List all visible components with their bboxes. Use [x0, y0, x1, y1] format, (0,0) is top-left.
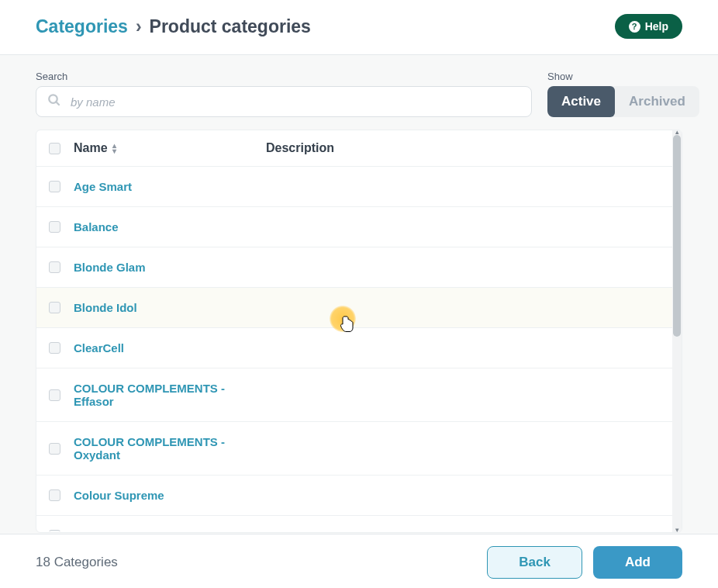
table-row[interactable]: COLOUR COMPLEMENTS - Oxydant: [36, 422, 672, 476]
row-checkbox[interactable]: [49, 261, 60, 273]
show-label: Show: [547, 71, 699, 82]
row-checkbox[interactable]: [49, 443, 60, 455]
row-name[interactable]: Conditioner: [74, 529, 266, 531]
column-header-description[interactable]: Description: [266, 141, 660, 155]
toggle-active[interactable]: Active: [547, 86, 615, 117]
sort-icon: ▴▾: [112, 143, 116, 154]
back-button[interactable]: Back: [487, 546, 582, 579]
select-all-checkbox[interactable]: [49, 143, 60, 154]
table-row[interactable]: Blonde Glam: [36, 247, 672, 288]
count-text: 18 Categories: [36, 555, 118, 570]
svg-line-1: [56, 102, 59, 105]
row-name[interactable]: ClearCell: [74, 341, 266, 355]
row-name[interactable]: Blonde Idol: [74, 301, 266, 314]
row-checkbox[interactable]: [49, 302, 60, 313]
scroll-down-icon[interactable]: ▾: [672, 526, 682, 533]
row-name[interactable]: COLOUR COMPLEMENTS - Oxydant: [74, 435, 266, 462]
page-title: Product categories: [150, 16, 311, 37]
scrollbar[interactable]: ▴ ▾: [672, 130, 682, 532]
row-name[interactable]: Age Smart: [74, 180, 266, 193]
row-name[interactable]: COLOUR COMPLEMENTS - Effasor: [74, 382, 266, 408]
row-checkbox[interactable]: [49, 181, 60, 192]
status-toggle: Active Archived: [547, 86, 699, 117]
row-name[interactable]: Balance: [74, 220, 266, 233]
table-row[interactable]: Colour Supreme: [36, 476, 672, 516]
table-row[interactable]: Balance: [36, 207, 672, 247]
table-row[interactable]: ConditionerAll Conditioning products: [36, 516, 672, 531]
breadcrumb: Categories › Product categories: [36, 16, 311, 37]
help-icon: ?: [629, 21, 640, 33]
help-label: Help: [645, 20, 668, 33]
add-button[interactable]: Add: [593, 546, 682, 579]
row-name[interactable]: Blonde Glam: [74, 261, 266, 274]
toggle-archived[interactable]: Archived: [615, 86, 699, 117]
row-description: All Conditioning products: [266, 529, 660, 531]
row-checkbox[interactable]: [49, 389, 60, 401]
row-checkbox[interactable]: [49, 489, 60, 501]
help-button[interactable]: ? Help: [615, 14, 682, 39]
search-icon: [47, 93, 61, 110]
row-checkbox[interactable]: [49, 530, 60, 531]
table-row[interactable]: Age Smart: [36, 167, 672, 207]
chevron-right-icon: ›: [136, 16, 142, 37]
scroll-thumb[interactable]: [673, 135, 681, 337]
breadcrumb-root[interactable]: Categories: [36, 16, 128, 37]
row-checkbox[interactable]: [49, 221, 60, 233]
table-row[interactable]: COLOUR COMPLEMENTS - Effasor: [36, 368, 672, 422]
search-input[interactable]: [71, 95, 520, 109]
row-name[interactable]: Colour Supreme: [74, 489, 266, 502]
table-row[interactable]: ClearCell: [36, 328, 672, 368]
table-row[interactable]: Blonde Idol: [36, 288, 672, 328]
row-checkbox[interactable]: [49, 342, 60, 354]
column-header-name[interactable]: Name ▴▾: [74, 141, 266, 155]
search-label: Search: [36, 71, 532, 82]
search-field[interactable]: [36, 86, 532, 117]
